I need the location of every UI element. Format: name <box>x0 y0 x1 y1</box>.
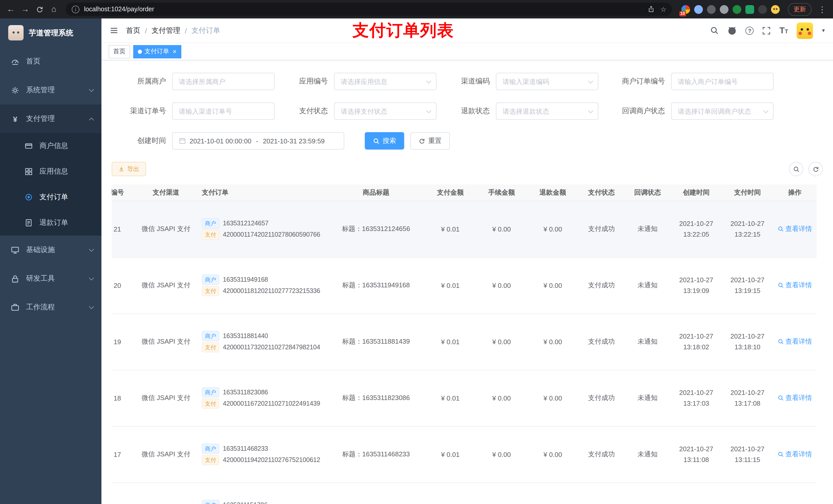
github-icon[interactable] <box>728 26 737 35</box>
browser-update-button[interactable]: 更新 <box>788 3 811 16</box>
notify-status-select[interactable] <box>671 102 774 120</box>
cell-amount: ¥ 0.01 <box>425 257 476 313</box>
cell-id: 19 <box>112 313 135 370</box>
monitor-icon <box>10 246 20 254</box>
merchant-order-no: 1635312124657 <box>223 220 268 227</box>
extension-icon[interactable] <box>707 5 716 14</box>
cell-refund: ¥ 0.00 <box>527 201 578 257</box>
pay-status-input[interactable] <box>341 107 423 115</box>
merchant-select[interactable] <box>172 73 275 90</box>
extension-icon[interactable] <box>771 5 780 14</box>
search-button-label: 搜索 <box>383 136 396 145</box>
refund-status-input[interactable] <box>503 107 585 115</box>
breadcrumb-home[interactable]: 首页 <box>126 26 140 35</box>
merchant-input[interactable] <box>179 78 268 85</box>
view-detail-label: 查看详情 <box>785 393 812 403</box>
extension-icon[interactable] <box>758 5 767 14</box>
merchant-order-no-input[interactable] <box>678 78 767 85</box>
date-range-picker[interactable]: 2021-10-01 00:00:00 - 2021-10-31 23:59:5… <box>172 132 344 149</box>
cell-actions: 查看详情 <box>773 201 817 257</box>
notify-status-input[interactable] <box>678 107 760 115</box>
app-input[interactable] <box>341 78 423 85</box>
view-detail-link[interactable]: 查看详情 <box>778 393 812 403</box>
share-icon[interactable] <box>645 4 657 15</box>
cell-title: 标题：1635312124656 <box>327 201 425 257</box>
user-avatar[interactable] <box>797 22 813 39</box>
tags-view: 首页 支付订单 × <box>101 43 833 61</box>
app-logo[interactable]: 芋道管理系统 <box>0 19 101 47</box>
yen-icon: ¥ <box>10 115 20 123</box>
reload-icon[interactable] <box>33 3 46 16</box>
chevron-down-icon <box>588 78 593 83</box>
bookmark-star-icon[interactable]: ☆ <box>658 4 669 15</box>
sidebar-item-dev-tools[interactable]: 研发工具 <box>0 264 101 293</box>
sidebar-item-infra[interactable]: 基础设施 <box>0 236 101 264</box>
browser-menu-icon[interactable]: ⋮ <box>815 3 829 16</box>
pay-tag: 支付 <box>202 342 219 352</box>
cell-pay-time: 2021-10-2713:11:15 <box>722 426 773 482</box>
view-detail-link[interactable]: 查看详情 <box>778 450 812 459</box>
pay-tag: 支付 <box>202 399 219 409</box>
filter-label: 渠道订单号 <box>112 106 172 116</box>
cell-actions: 查看详情 <box>773 313 817 370</box>
merchant-order-no-field[interactable] <box>671 73 774 90</box>
app-select[interactable] <box>334 73 436 90</box>
page-content: 所属商户 应用编号 渠道编码 <box>101 61 833 504</box>
sidebar-item-workflow[interactable]: 工作流程 <box>0 293 101 322</box>
col-pay-time: 支付时间 <box>722 184 773 201</box>
cell-pay-time: 2021-10-2713:18:10 <box>722 313 773 370</box>
filter-notify-status: 回调商户状态 <box>611 102 774 120</box>
close-icon[interactable]: × <box>173 48 176 55</box>
cell-status <box>578 482 624 504</box>
sidebar-item-pay[interactable]: ¥ 支付管理 <box>0 104 101 133</box>
extension-icon[interactable] <box>720 5 729 14</box>
url-bar[interactable]: i localhost:1024/pay/order ☆ <box>66 3 672 16</box>
channel-code-select[interactable] <box>496 73 598 90</box>
filter-label: 回调商户状态 <box>611 106 671 116</box>
forward-icon[interactable]: → <box>19 3 32 16</box>
view-detail-link[interactable]: 查看详情 <box>778 281 812 290</box>
question-icon[interactable]: ? <box>746 26 754 34</box>
channel-order-no-input[interactable] <box>179 107 268 115</box>
extension-icon[interactable]: 10 <box>681 5 690 14</box>
sidebar-item-home[interactable]: 首页 <box>0 47 101 76</box>
tab-home[interactable]: 首页 <box>109 45 130 58</box>
sidebar-item-system[interactable]: 系统管理 <box>0 76 101 104</box>
sidebar-item-app-info[interactable]: 应用信息 <box>0 159 101 184</box>
channel-order-no-field[interactable] <box>172 102 275 120</box>
reset-button[interactable]: 重置 <box>410 132 450 149</box>
pay-status-select[interactable] <box>334 102 436 120</box>
cell-order: 商户1635311151786 <box>197 482 327 504</box>
toggle-search-button[interactable] <box>789 162 803 176</box>
caret-down-icon[interactable]: ▾ <box>822 27 825 34</box>
sidebar-item-label: 退款订单 <box>40 218 93 227</box>
font-size-icon[interactable]: TT <box>780 26 788 35</box>
search-button[interactable]: 搜索 <box>365 132 404 149</box>
view-detail-link[interactable]: 查看详情 <box>778 224 812 234</box>
extension-icon[interactable] <box>745 5 754 14</box>
cell-pay-time: 2021-10-2713:17:08 <box>722 370 773 426</box>
extension-icon[interactable] <box>733 5 741 14</box>
filter-channel-code: 渠道编码 <box>449 73 598 90</box>
cell-status: 支付成功 <box>578 370 624 426</box>
hamburger-icon[interactable] <box>110 26 118 35</box>
sidebar-item-refund-order[interactable]: 退款订单 <box>0 210 101 236</box>
export-button[interactable]: 导出 <box>112 162 146 176</box>
view-detail-link[interactable]: 查看详情 <box>778 337 812 346</box>
tab-label: 首页 <box>113 47 125 56</box>
extension-icon[interactable] <box>694 5 703 14</box>
filter-channel-order-no: 渠道订单号 <box>112 102 275 120</box>
sidebar-item-pay-order[interactable]: 支付订单 <box>0 184 101 210</box>
back-icon[interactable]: ← <box>4 3 18 16</box>
col-refund: 退款金额 <box>527 184 578 201</box>
channel-code-input[interactable] <box>503 78 585 85</box>
site-info-icon[interactable]: i <box>72 5 79 13</box>
refund-status-select[interactable] <box>496 102 598 120</box>
sidebar-item-merchant-info[interactable]: 商户信息 <box>0 133 101 159</box>
breadcrumb-pay-manage[interactable]: 支付管理 <box>152 26 180 35</box>
home-icon[interactable]: ⌂ <box>47 3 61 16</box>
refresh-button[interactable] <box>808 162 823 176</box>
tab-pay-order[interactable]: 支付订单 × <box>133 45 181 58</box>
search-icon[interactable] <box>710 26 719 35</box>
fullscreen-icon[interactable] <box>763 26 771 34</box>
